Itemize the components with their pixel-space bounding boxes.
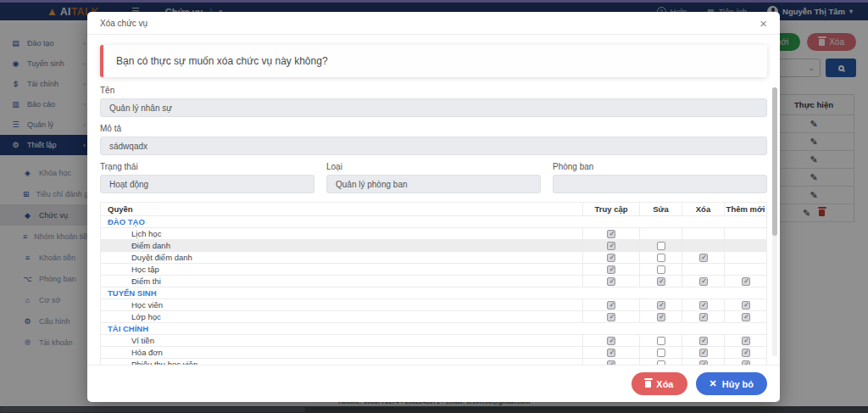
permission-cell xyxy=(682,240,725,252)
permission-checkbox[interactable] xyxy=(657,242,665,250)
permission-section-label: TUYỂN SINH xyxy=(101,287,767,299)
permission-cell xyxy=(640,299,682,311)
permission-row: Điểm thi xyxy=(101,276,767,287)
permission-section-row: TÀI CHÍNH xyxy=(101,323,767,335)
permission-checkbox[interactable] xyxy=(657,337,665,345)
column-header-edit: Sửa xyxy=(640,203,682,216)
permission-checkbox[interactable] xyxy=(607,277,615,286)
permission-cell xyxy=(682,276,725,287)
modal-title: Xóa chức vụ xyxy=(100,19,147,28)
permission-name: Lịch học xyxy=(101,228,583,240)
permission-checkbox[interactable] xyxy=(607,313,615,321)
permission-cell xyxy=(640,311,682,323)
department-label: Phòng ban xyxy=(553,162,767,171)
permission-name: Học tập xyxy=(101,264,583,276)
permission-name: Điểm thi xyxy=(101,276,583,287)
trash-icon xyxy=(645,381,651,388)
permission-checkbox[interactable] xyxy=(607,230,615,238)
permission-checkbox[interactable] xyxy=(699,313,708,321)
column-header-permission: Quyền xyxy=(101,203,583,216)
confirm-delete-button[interactable]: Xóa xyxy=(632,372,687,395)
permission-checkbox[interactable] xyxy=(699,360,708,365)
permission-checkbox[interactable] xyxy=(607,242,615,250)
permission-checkbox[interactable] xyxy=(657,277,665,286)
permission-cell xyxy=(725,240,767,252)
permission-checkbox[interactable] xyxy=(742,313,750,321)
permission-checkbox[interactable] xyxy=(657,313,665,321)
scrollbar-thumb[interactable] xyxy=(772,87,777,236)
description-label: Mô tả xyxy=(100,124,767,133)
permission-cell xyxy=(725,347,767,359)
permission-checkbox[interactable] xyxy=(657,360,665,365)
permission-cell xyxy=(725,276,767,287)
permission-cell xyxy=(640,335,682,347)
name-label: Tên xyxy=(100,86,767,95)
status-field: Hoạt động xyxy=(100,175,314,193)
permission-name: Điểm danh xyxy=(101,240,583,252)
column-header-add: Thêm mới xyxy=(725,203,767,216)
permission-cell xyxy=(583,228,640,240)
permission-section-row: ĐÀO TẠO xyxy=(101,216,767,228)
permission-cell xyxy=(682,264,725,276)
permission-cell xyxy=(682,228,725,240)
permission-checkbox[interactable] xyxy=(699,337,708,345)
permission-checkbox[interactable] xyxy=(657,349,665,357)
permission-name: Ví tiền xyxy=(101,335,583,347)
permission-checkbox[interactable] xyxy=(742,349,750,357)
permission-cell xyxy=(583,276,640,287)
permission-checkbox[interactable] xyxy=(607,349,615,357)
permission-cell xyxy=(583,347,640,359)
permission-cell xyxy=(583,311,640,323)
permission-checkbox[interactable] xyxy=(699,349,708,357)
permission-name: Lớp học xyxy=(101,311,583,323)
permission-cell xyxy=(583,240,640,252)
permission-row: Lịch học xyxy=(101,228,767,240)
permission-checkbox[interactable] xyxy=(607,301,615,310)
permission-checkbox[interactable] xyxy=(699,277,708,286)
permission-checkbox[interactable] xyxy=(607,360,615,365)
permission-cell xyxy=(725,335,767,347)
permission-cell xyxy=(682,347,725,359)
permission-checkbox[interactable] xyxy=(607,254,615,262)
permission-cell xyxy=(682,252,725,264)
permission-cell xyxy=(725,228,767,240)
permission-checkbox[interactable] xyxy=(742,337,750,345)
column-header-access: Truy cập xyxy=(583,203,640,216)
permission-name: Học viên xyxy=(101,299,583,311)
permission-cell xyxy=(682,311,725,323)
permission-cell xyxy=(725,264,767,276)
permission-checkbox[interactable] xyxy=(657,301,665,310)
permission-cell xyxy=(640,240,682,252)
close-icon[interactable]: × xyxy=(760,17,767,30)
permission-checkbox[interactable] xyxy=(607,337,615,345)
permission-checkbox[interactable] xyxy=(742,360,750,365)
permission-row: Điểm danh xyxy=(101,240,767,252)
permission-checkbox[interactable] xyxy=(699,301,708,310)
cancel-button[interactable]: ✕ Hủy bỏ xyxy=(696,372,768,395)
permission-checkbox[interactable] xyxy=(657,254,665,262)
type-field: Quản lý phòng ban xyxy=(326,175,541,193)
permission-checkbox[interactable] xyxy=(742,277,750,286)
status-label: Trạng thái xyxy=(100,162,314,171)
permission-checkbox[interactable] xyxy=(742,301,750,310)
permission-cell xyxy=(583,335,640,347)
permission-section-label: ĐÀO TẠO xyxy=(101,216,767,228)
permission-cell xyxy=(583,299,640,311)
department-field xyxy=(553,175,767,193)
permission-checkbox[interactable] xyxy=(657,265,665,274)
close-icon: ✕ xyxy=(709,378,717,389)
delete-position-modal: Xóa chức vụ × Bạn có thực sự muốn xóa ch… xyxy=(87,12,780,402)
permission-checkbox[interactable] xyxy=(699,254,708,262)
permission-name: Duyệt điểm danh xyxy=(101,252,583,264)
permission-checkbox[interactable] xyxy=(607,265,615,274)
permission-cell xyxy=(682,359,725,366)
permission-cell xyxy=(640,359,682,366)
permission-cell xyxy=(640,264,682,276)
modal-scrollbar[interactable] xyxy=(772,87,777,356)
permission-cell xyxy=(640,347,682,359)
confirm-message: Bạn có thực sự muốn xóa chức vụ này khôn… xyxy=(100,45,767,77)
permission-row: Học tập xyxy=(101,264,767,276)
permission-cell xyxy=(640,252,682,264)
permission-cell xyxy=(682,299,725,311)
description-field: sádwqadx xyxy=(100,137,767,155)
